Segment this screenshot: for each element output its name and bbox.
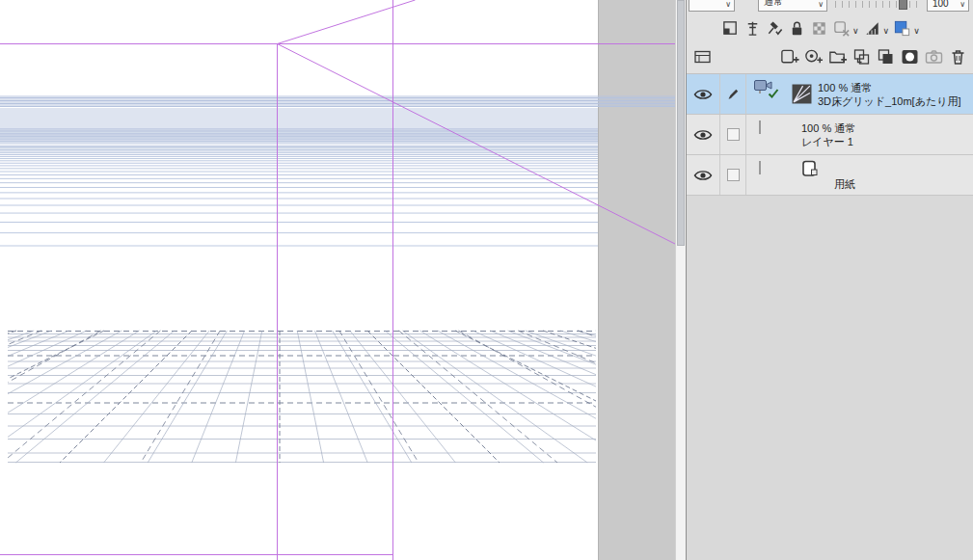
- clipping-icon[interactable]: [721, 19, 740, 38]
- layer-command-bar: [687, 40, 973, 74]
- checkbox-icon: [727, 128, 740, 141]
- opacity-slider[interactable]: [833, 0, 921, 12]
- blend-mode-combo[interactable]: 通常 ∨: [758, 0, 827, 12]
- visibility-toggle[interactable]: [687, 74, 720, 114]
- eye-icon: [693, 128, 713, 142]
- layer-list: 100 % 通常 3D床グリッド_10m[あたり用] 100 % 通常 レイヤー…: [687, 74, 973, 560]
- editing-target-indicator[interactable]: [720, 74, 746, 114]
- merge-with-lower-icon[interactable]: [875, 46, 896, 67]
- opacity-value-box[interactable]: 100 ∨: [927, 0, 969, 12]
- layer-name: 用紙: [834, 177, 855, 191]
- layer-opacity-label: 100 % 通常: [801, 121, 855, 135]
- blend-opacity-bar: ∨ 通常 ∨ 100 ∨: [687, 0, 973, 13]
- layer-checkbox[interactable]: [720, 155, 746, 195]
- ruler-icon[interactable]: [863, 19, 881, 38]
- layer-row[interactable]: 100 % 通常 レイヤー 1: [687, 115, 973, 155]
- new-raster-layer-icon[interactable]: [778, 46, 799, 67]
- layer-list-empty-area: [687, 196, 973, 560]
- eye-icon: [693, 88, 713, 101]
- delete-layer-icon[interactable]: [947, 46, 968, 67]
- canvas-vertical-scrollbar[interactable]: [675, 0, 686, 560]
- layer-name: レイヤー 1: [801, 135, 855, 148]
- opacity-value: 100: [932, 0, 949, 9]
- create-mask-icon[interactable]: [899, 46, 920, 67]
- new-folder-icon[interactable]: [826, 46, 848, 67]
- perspective-ruler-badge-icon[interactable]: [792, 84, 812, 104]
- layer-type-combo[interactable]: ∨: [689, 0, 735, 12]
- checkbox-icon: [727, 169, 740, 181]
- layer-color-icon[interactable]: [893, 19, 911, 38]
- pencil-icon: [726, 87, 741, 101]
- eye-icon: [693, 169, 713, 182]
- layer-row[interactable]: 100 % 通常 3D床グリッド_10m[あたり用]: [687, 74, 973, 115]
- transfer-to-lower-icon[interactable]: [851, 46, 872, 67]
- enable-mask-icon[interactable]: [832, 19, 851, 38]
- reference-layer-icon[interactable]: [743, 19, 762, 38]
- chevron-down-icon: ∨: [959, 0, 965, 9]
- lock-icon[interactable]: [788, 19, 806, 38]
- visibility-toggle[interactable]: [687, 115, 720, 154]
- new-layer-dialog-icon[interactable]: [802, 46, 824, 67]
- layer-row[interactable]: 用紙: [687, 155, 973, 196]
- chevron-down-icon: ∨: [725, 0, 731, 9]
- check-icon: [768, 88, 779, 99]
- layer-opacity-label: 100 % 通常: [818, 81, 961, 94]
- chevron-down-icon[interactable]: ∨: [883, 26, 890, 36]
- chevron-down-icon[interactable]: ∨: [852, 26, 859, 36]
- canvas-drawing: [0, 0, 675, 560]
- layer-thumbnail[interactable]: [759, 161, 761, 174]
- lock-transparent-pixels-icon[interactable]: [810, 19, 828, 38]
- palette-options-icon[interactable]: [691, 46, 713, 67]
- scrollbar-thumb[interactable]: [677, 0, 685, 246]
- apply-mask-icon[interactable]: [923, 46, 944, 67]
- visibility-toggle[interactable]: [687, 155, 720, 195]
- blend-mode-value: 通常: [764, 0, 783, 9]
- canvas-viewport[interactable]: [0, 0, 675, 560]
- paper-icon: [801, 160, 819, 177]
- layer-name: 3D床グリッド_10m[あたり用]: [818, 94, 961, 108]
- draft-layer-icon[interactable]: [766, 19, 784, 38]
- layer-properties-bar: ∨ ∨ ∨: [687, 13, 973, 40]
- chevron-down-icon[interactable]: ∨: [913, 26, 920, 36]
- chevron-down-icon: ∨: [818, 0, 824, 9]
- layer-thumbnail[interactable]: [759, 120, 761, 134]
- layer-checkbox[interactable]: [720, 115, 746, 154]
- slider-handle[interactable]: [899, 0, 907, 10]
- layers-panel: ∨ 通常 ∨ 100 ∨: [686, 0, 973, 560]
